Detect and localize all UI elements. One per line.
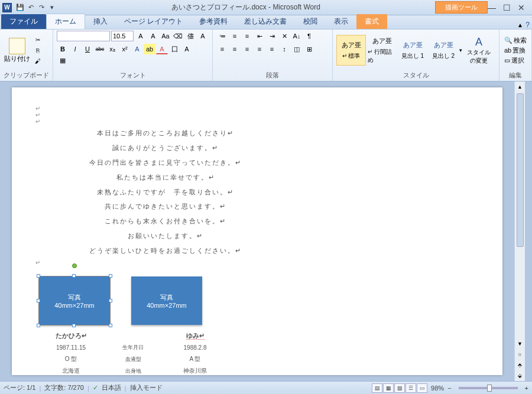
tab-file[interactable]: ファイル <box>1 14 46 29</box>
numbering-button[interactable]: ≡ <box>229 31 241 41</box>
zoom-slider-handle[interactable] <box>487 385 492 392</box>
tab-insert[interactable]: 挿入 <box>85 14 116 29</box>
resize-handle[interactable] <box>109 324 112 327</box>
maximize-button[interactable]: ☐ <box>503 3 511 12</box>
prev-page-button[interactable]: ⬘ <box>515 360 525 370</box>
borders-button[interactable]: ⊞ <box>303 44 315 54</box>
zoom-level[interactable]: 98% <box>431 385 444 392</box>
change-case-button[interactable]: Aa <box>160 31 171 41</box>
status-word-count[interactable]: 文字数: 7/270 <box>44 383 84 392</box>
char-shading-button[interactable]: A <box>181 44 193 54</box>
tab-references[interactable]: 参考資料 <box>191 14 236 29</box>
minimize-button[interactable]: — <box>488 3 496 12</box>
close-button[interactable]: ✕ <box>518 3 525 12</box>
view-outline-button[interactable]: ☰ <box>406 383 416 393</box>
shading-button[interactable]: ◫ <box>291 44 303 54</box>
subscript-button[interactable]: x₂ <box>106 44 118 54</box>
multilevel-button[interactable]: ≡ <box>241 31 253 41</box>
align-left-button[interactable]: ≡ <box>216 44 228 54</box>
help-icon[interactable]: ? <box>525 21 530 29</box>
resize-handle[interactable] <box>109 274 112 278</box>
superscript-button[interactable]: x² <box>119 44 131 54</box>
zoom-out-button[interactable]: − <box>447 385 451 392</box>
status-page[interactable]: ページ: 1/1 <box>4 383 35 392</box>
grow-font-button[interactable]: A <box>135 31 147 41</box>
distribute-button[interactable]: ≡ <box>266 44 278 54</box>
paste-button[interactable]: 貼り付け <box>4 38 31 63</box>
align-center-button[interactable]: ≡ <box>229 44 241 54</box>
tab-home[interactable]: ホーム <box>46 14 85 29</box>
bold-button[interactable]: B <box>57 44 69 54</box>
replace-button[interactable]: ab置換 <box>504 46 527 55</box>
justify-button[interactable]: ≡ <box>254 44 265 54</box>
browse-object-icon[interactable]: ○ <box>515 349 525 360</box>
text-effects-button[interactable]: A <box>131 44 143 54</box>
tab-mailings[interactable]: 差し込み文書 <box>236 14 295 29</box>
qat-customize-icon[interactable]: ▾ <box>47 3 57 12</box>
find-button[interactable]: 🔍検索 <box>504 36 527 45</box>
tab-page-layout[interactable]: ページ レイアウト <box>116 14 191 29</box>
photo-placeholder-left[interactable]: 写真 40mm×27mm <box>39 276 110 325</box>
increase-indent-button[interactable]: ⇥ <box>266 31 278 41</box>
view-draft-button[interactable]: ▭ <box>417 383 427 393</box>
align-right-button[interactable]: ≡ <box>241 44 253 54</box>
change-styles-button[interactable]: A スタイルの変更 <box>465 36 493 65</box>
decrease-indent-button[interactable]: ⇤ <box>254 31 265 41</box>
next-page-button[interactable]: ⬙ <box>515 370 525 381</box>
highlight-button[interactable]: ab <box>144 44 155 54</box>
style-gallery-more-icon[interactable]: ▾ <box>459 47 462 53</box>
resize-handle[interactable] <box>109 299 112 302</box>
proofing-icon[interactable]: ✓ <box>93 384 98 392</box>
line-spacing-button[interactable]: ↕ <box>278 44 290 54</box>
cut-icon[interactable]: ✂ <box>33 35 43 44</box>
redo-icon[interactable]: ↷ <box>37 3 46 12</box>
tab-format[interactable]: 書式 <box>356 14 387 29</box>
resize-handle[interactable] <box>72 324 76 327</box>
photo-placeholder-right[interactable]: 写真 40mm×27mm <box>131 276 202 325</box>
status-insert-mode[interactable]: 挿入モード <box>130 383 163 392</box>
view-web-button[interactable]: ▧ <box>394 383 405 393</box>
char-border-button[interactable]: 囗 <box>168 44 180 54</box>
ruby-button[interactable]: 儘 <box>184 31 196 41</box>
resize-handle[interactable] <box>37 299 40 302</box>
tab-view[interactable]: 表示 <box>326 14 356 29</box>
vertical-scrollbar[interactable]: ▲ ▼ ○ ⬘ ⬙ <box>514 82 525 381</box>
select-button[interactable]: ▭選択 <box>504 56 527 65</box>
tab-review[interactable]: 校閲 <box>295 14 326 29</box>
clear-formatting-button[interactable]: ⌫ <box>172 31 184 41</box>
status-language[interactable]: 日本語 <box>102 383 121 392</box>
style-no-spacing[interactable]: あア亜 ↵ 行間詰め <box>367 35 397 66</box>
style-gallery[interactable]: あア亜 ↵ 標準 あア亜 ↵ 行間詰め あア亜 見出し 1 あア亜 見出し 2 … <box>336 35 462 66</box>
show-marks-button[interactable]: ¶ <box>303 31 315 41</box>
undo-icon[interactable]: ↶ <box>26 3 35 12</box>
asian-layout-button[interactable]: ✕ <box>278 31 290 41</box>
font-size-select[interactable] <box>111 31 134 41</box>
resize-handle[interactable] <box>37 324 40 327</box>
copy-icon[interactable]: ⎘ <box>33 45 43 55</box>
char-shade2-button[interactable]: ▦ <box>57 55 69 66</box>
italic-button[interactable]: I <box>69 44 81 54</box>
enclose-char-button[interactable]: A <box>197 31 209 41</box>
style-heading1[interactable]: あア亜 見出し 1 <box>398 35 427 66</box>
page[interactable]: ↵ ↵ ↵ 本日はご多用のところお越しくださり↵ 誠にありがとうございます。↵ … <box>12 87 502 375</box>
zoom-slider[interactable] <box>459 387 518 389</box>
scroll-up-button[interactable]: ▲ <box>515 82 525 92</box>
style-normal[interactable]: あア亜 ↵ 標準 <box>336 35 366 66</box>
scroll-down-button[interactable]: ▼ <box>515 338 525 349</box>
view-print-layout-button[interactable]: ▤ <box>372 383 382 393</box>
strike-button[interactable]: abc <box>94 44 106 54</box>
font-family-select[interactable] <box>57 31 110 41</box>
save-icon[interactable]: 💾 <box>15 3 25 12</box>
view-fullscreen-button[interactable]: ▦ <box>383 383 394 393</box>
resize-handle[interactable] <box>37 274 40 278</box>
bullets-button[interactable]: ≔ <box>216 31 228 41</box>
scroll-thumb[interactable] <box>517 93 524 247</box>
zoom-in-button[interactable]: + <box>525 385 528 392</box>
shrink-font-button[interactable]: A <box>147 31 159 41</box>
style-heading2[interactable]: あア亜 見出し 2 <box>429 35 458 66</box>
sort-button[interactable]: A↓ <box>291 31 303 41</box>
resize-handle[interactable] <box>72 274 76 278</box>
minimize-ribbon-icon[interactable]: ▴ <box>518 21 522 29</box>
font-color-button[interactable]: A <box>156 44 168 54</box>
underline-button[interactable]: U <box>82 44 93 54</box>
